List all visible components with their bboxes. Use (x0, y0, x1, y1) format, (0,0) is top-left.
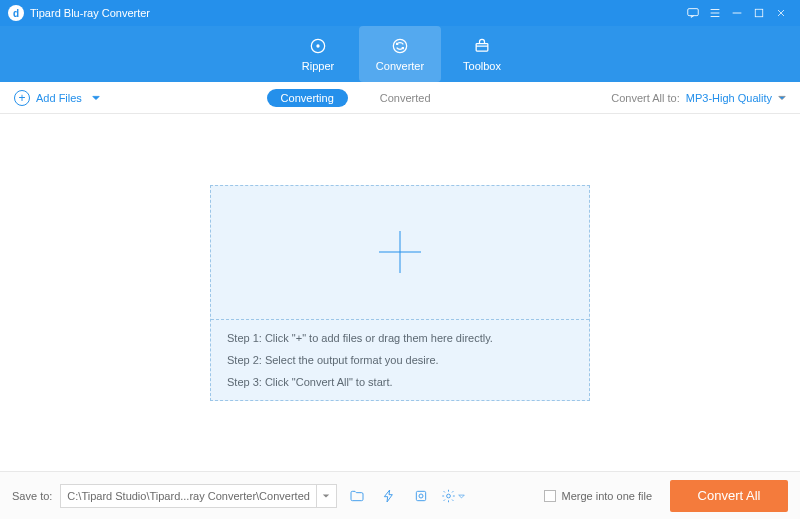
svg-rect-6 (416, 491, 425, 500)
svg-rect-5 (476, 44, 488, 52)
menu-icon[interactable] (704, 2, 726, 24)
chevron-down-icon (778, 92, 786, 104)
checkbox-icon (544, 490, 556, 502)
merge-checkbox[interactable]: Merge into one file (544, 490, 653, 502)
save-to-label: Save to: (12, 490, 52, 502)
top-nav: Ripper Converter Toolbox (0, 26, 800, 82)
convert-all-to-dropdown[interactable]: Convert All to: MP3-High Quality (611, 92, 786, 104)
svg-point-8 (447, 494, 451, 498)
dropzone-add-button[interactable] (211, 186, 589, 320)
instructions: Step 1: Click "+" to add files or drag t… (211, 320, 589, 400)
titlebar: d Tipard Blu-ray Converter (0, 0, 800, 26)
open-folder-button[interactable] (345, 484, 369, 508)
save-path-dropdown[interactable] (316, 485, 336, 507)
settings-button[interactable] (441, 484, 465, 508)
plus-circle-icon: + (14, 90, 30, 106)
sub-bar: + Add Files Converting Converted Convert… (0, 82, 800, 114)
close-button[interactable] (770, 2, 792, 24)
save-path-box: C:\Tipard Studio\Tipard...ray Converter\… (60, 484, 337, 508)
nav-ripper-label: Ripper (302, 60, 334, 72)
add-files-label: Add Files (36, 92, 82, 104)
step-1: Step 1: Click "+" to add files or drag t… (227, 332, 573, 344)
svg-rect-1 (755, 9, 763, 17)
gpu-accel-button[interactable] (377, 484, 401, 508)
step-3: Step 3: Click "Convert All" to start. (227, 376, 573, 388)
save-path[interactable]: C:\Tipard Studio\Tipard...ray Converter\… (61, 490, 316, 502)
nav-toolbox-label: Toolbox (463, 60, 501, 72)
convert-all-to-value: MP3-High Quality (686, 92, 772, 104)
svg-rect-0 (688, 9, 699, 16)
convert-all-to-label: Convert All to: (611, 92, 679, 104)
plus-icon (379, 231, 421, 273)
chevron-down-icon (92, 92, 100, 104)
status-tabs: Converting Converted (267, 89, 445, 107)
svg-point-3 (316, 44, 319, 47)
bottom-bar: Save to: C:\Tipard Studio\Tipard...ray C… (0, 471, 800, 519)
convert-all-button[interactable]: Convert All (670, 480, 788, 512)
feedback-icon[interactable] (682, 2, 704, 24)
minimize-button[interactable] (726, 2, 748, 24)
maximize-button[interactable] (748, 2, 770, 24)
app-title: Tipard Blu-ray Converter (30, 7, 150, 19)
nav-converter[interactable]: Converter (359, 26, 441, 82)
app-logo: d (8, 5, 24, 21)
main-area: Step 1: Click "+" to add files or drag t… (0, 114, 800, 471)
nav-converter-label: Converter (376, 60, 424, 72)
merge-label: Merge into one file (562, 490, 653, 502)
add-files-button[interactable]: + Add Files (14, 90, 100, 106)
nav-ripper[interactable]: Ripper (277, 26, 359, 82)
svg-point-7 (419, 494, 423, 498)
tab-converting[interactable]: Converting (267, 89, 348, 107)
dropzone: Step 1: Click "+" to add files or drag t… (210, 185, 590, 401)
nav-toolbox[interactable]: Toolbox (441, 26, 523, 82)
step-2: Step 2: Select the output format you des… (227, 354, 573, 366)
svg-point-4 (393, 39, 406, 52)
tab-converted[interactable]: Converted (366, 89, 445, 107)
chevron-down-icon (458, 490, 465, 502)
high-speed-button[interactable] (409, 484, 433, 508)
